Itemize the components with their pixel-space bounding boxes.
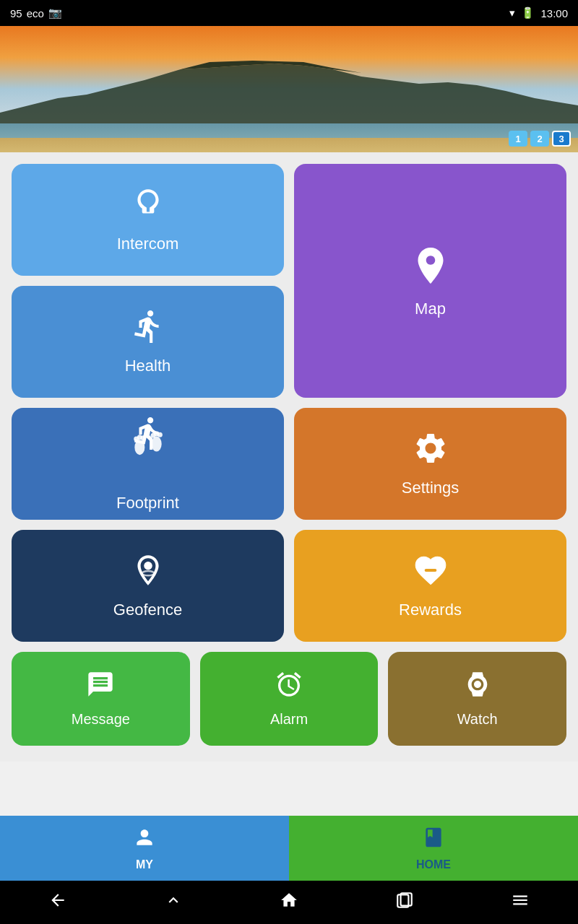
my-icon [133,826,156,854]
watch-tile[interactable]: Watch [388,652,566,746]
message-label: Message [72,711,130,728]
android-home[interactable] [280,891,298,914]
page-indicator-3[interactable]: 3 [552,131,571,147]
android-menu[interactable] [511,891,530,914]
rewards-tile-wrapper: Rewards [294,530,566,642]
status-bar: 95 eco 📷 ▾ 🔋 13:00 [0,0,578,26]
android-up[interactable] [164,891,183,914]
health-tile[interactable]: Health [12,286,284,398]
eco-icon: eco [27,7,44,19]
nav-my[interactable]: MY [0,816,289,881]
svg-point-10 [157,432,162,437]
footprint-icon-override [128,424,168,468]
footprint-tile[interactable]: Footprint [12,408,284,520]
rewards-icon [413,552,449,593]
wifi-icon: ▾ [509,6,515,19]
nav-home[interactable]: HOME [289,816,578,881]
svg-point-12 [142,571,154,575]
footprint-label: Footprint [116,494,179,513]
alarm-tile[interactable]: Alarm [200,652,379,746]
status-left: 95 eco 📷 [10,6,62,19]
map-tile[interactable]: Map [294,164,566,398]
android-back[interactable] [48,891,67,914]
message-icon [86,670,115,705]
clock: 13:00 [540,7,568,19]
health-icon [130,308,166,349]
geofence-tile[interactable]: Geofence [12,530,284,642]
alarm-label: Alarm [270,711,308,728]
rewards-label: Rewards [399,601,462,619]
settings-icon [413,430,449,471]
hero-mountain [0,26,578,152]
status-right: ▾ 🔋 13:00 [509,6,568,19]
home-nav-icon [422,826,445,854]
page-indicators[interactable]: 1 2 3 [509,131,571,147]
svg-rect-2 [0,138,578,152]
settings-tile[interactable]: Settings [294,408,566,520]
geofence-tile-wrapper: Geofence [12,530,284,642]
camera-icon: 📷 [48,6,62,19]
geofence-icon [130,552,166,593]
watch-label: Watch [457,711,498,728]
battery-percent: 95 [10,7,22,19]
rewards-tile[interactable]: Rewards [294,530,566,642]
svg-point-6 [140,435,145,440]
android-recent[interactable] [395,891,414,914]
settings-label: Settings [402,479,460,497]
map-label: Map [415,300,446,318]
android-nav [0,881,578,924]
page-indicator-1[interactable]: 1 [509,131,527,147]
row-2: Footprint Settings [12,408,566,520]
watch-icon [463,670,492,705]
row-3: Geofence Rewards [12,530,566,642]
intercom-label: Intercom [117,235,179,253]
map-icon [409,244,452,292]
settings-tile-wrapper: Settings [294,408,566,520]
row-1: Intercom Health Map [12,164,566,398]
bottom-row: Message Alarm Watch [12,652,566,746]
page-indicator-2[interactable]: 2 [530,131,549,147]
my-label: MY [136,858,153,871]
footprint-tile-wrapper: Footprint [12,408,284,520]
geofence-label: Geofence [113,601,182,619]
message-tile[interactable]: Message [12,652,190,746]
alarm-icon [275,670,303,705]
bottom-nav[interactable]: MY HOME [0,816,578,881]
intercom-tile[interactable]: Intercom [12,164,284,276]
svg-point-3 [134,440,144,455]
svg-rect-13 [424,569,436,572]
intercom-icon [130,186,166,227]
hero-banner: 1 2 3 [0,26,578,152]
battery-icon: 🔋 [521,6,535,19]
svg-point-7 [151,437,161,452]
health-label: Health [125,357,171,375]
main-content: Intercom Health Map [0,152,578,762]
home-label: HOME [416,858,451,871]
left-stack-1: Intercom Health [12,164,284,398]
map-tile-wrapper: Map [294,164,566,398]
